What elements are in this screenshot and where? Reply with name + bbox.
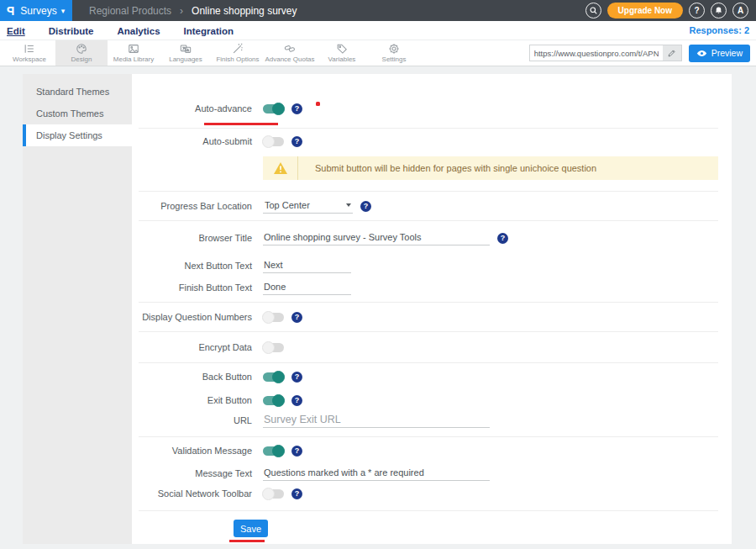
- back-button-help-icon[interactable]: ?: [291, 372, 302, 383]
- form-row-display-question-numbers: Display Question Numbers ?: [132, 303, 732, 331]
- progress-bar-help-icon[interactable]: ?: [360, 201, 371, 212]
- toolbar-item-media-library[interactable]: Media Library: [108, 40, 160, 66]
- form-row-social-network-toolbar: Social Network Toolbar ?: [132, 483, 732, 504]
- progress-bar-location-select[interactable]: Top Center: [263, 198, 353, 214]
- auto-submit-toggle[interactable]: [263, 137, 284, 146]
- languages-icon: [180, 43, 192, 55]
- breadcrumb: Regional Products › Online shopping surv…: [89, 0, 297, 21]
- warning-triangle-icon: [263, 156, 298, 180]
- eye-icon: [696, 50, 707, 57]
- notifications-bell-icon[interactable]: [711, 3, 727, 18]
- display-question-numbers-help-icon[interactable]: ?: [291, 312, 302, 323]
- responses-count[interactable]: Responses: 2: [689, 25, 749, 35]
- form-row-finish-button-text: Finish Button Text: [132, 277, 732, 298]
- spacer: [132, 504, 732, 510]
- validation-message-label: Validation Message: [132, 446, 252, 456]
- next-button-text-input[interactable]: [263, 258, 351, 273]
- form-row-progress-bar-location: Progress Bar Location Top Center ?: [132, 192, 732, 220]
- submit-hidden-warning: Submit button will be hidden for pages w…: [263, 156, 718, 180]
- tab-integration[interactable]: Integration: [184, 24, 234, 36]
- social-network-toolbar-label: Social Network Toolbar: [132, 488, 252, 499]
- toggle-knob: [262, 135, 275, 148]
- toggle-knob: [272, 371, 285, 383]
- preview-button[interactable]: Preview: [689, 45, 750, 62]
- settings-gear-icon: [388, 43, 400, 55]
- exit-button-toggle[interactable]: [263, 396, 284, 405]
- social-network-toolbar-toggle[interactable]: [263, 489, 284, 499]
- auto-advance-help-icon[interactable]: ?: [291, 103, 302, 114]
- tab-edit[interactable]: Edit: [7, 24, 25, 36]
- validation-message-toggle[interactable]: [263, 446, 284, 456]
- auto-advance-label: Auto-advance: [132, 103, 252, 113]
- save-button[interactable]: Save: [234, 520, 268, 537]
- toolbar-item-finish-options[interactable]: Finish Options: [212, 40, 264, 66]
- annotation-red-underline-auto-advance: [204, 123, 278, 125]
- themes-sidebar: Standard Themes Custom Themes Display Se…: [23, 74, 132, 544]
- toolbar-item-workspace[interactable]: Workspace: [3, 40, 55, 66]
- upgrade-now-button[interactable]: Upgrade Now: [607, 3, 683, 18]
- product-switcher[interactable]: P Surveys ▾: [0, 0, 72, 21]
- chevron-down-icon: ▾: [61, 7, 66, 15]
- search-icon[interactable]: [585, 3, 601, 18]
- toolbar-item-settings[interactable]: Settings: [368, 40, 420, 66]
- workspace-icon: [24, 43, 35, 55]
- auto-submit-label: Auto-submit: [132, 136, 252, 146]
- breadcrumb-current[interactable]: Online shopping survey: [192, 5, 297, 17]
- toolbar-item-label: Variables: [328, 55, 356, 63]
- message-text-input[interactable]: [263, 466, 490, 481]
- finish-button-text-input[interactable]: [263, 280, 351, 295]
- auto-submit-help-icon[interactable]: ?: [291, 136, 302, 147]
- exit-button-help-icon[interactable]: ?: [291, 395, 302, 406]
- browser-title-help-icon[interactable]: ?: [497, 233, 508, 244]
- toolbar-item-label: Design: [71, 55, 92, 63]
- help-icon[interactable]: ?: [689, 3, 705, 18]
- form-row-encrypt-data: Encrypt Data: [132, 332, 732, 362]
- avatar[interactable]: A: [732, 3, 748, 18]
- breadcrumb-parent[interactable]: Regional Products: [89, 5, 171, 17]
- page-body: Standard Themes Custom Themes Display Se…: [0, 66, 756, 549]
- display-question-numbers-toggle[interactable]: [263, 313, 284, 322]
- advance-quotas-icon: [284, 43, 296, 55]
- form-row-auto-submit: Auto-submit ?: [132, 129, 732, 154]
- media-library-icon: [128, 43, 139, 55]
- exit-url-input[interactable]: [263, 413, 490, 428]
- tab-analytics[interactable]: Analytics: [117, 24, 160, 36]
- next-button-text-label: Next Button Text: [132, 261, 252, 271]
- sidebar-item-display-settings[interactable]: Display Settings: [23, 124, 132, 146]
- social-network-toolbar-help-icon[interactable]: ?: [291, 488, 302, 499]
- toggle-knob: [272, 445, 285, 457]
- warning-text: Submit button will be hidden for pages w…: [298, 163, 596, 173]
- back-button-toggle[interactable]: [263, 372, 284, 382]
- main-nav: Edit Distribute Analytics Integration Re…: [0, 21, 756, 40]
- sidebar-item-custom-themes[interactable]: Custom Themes: [23, 103, 132, 124]
- progress-bar-location-label: Progress Bar Location: [132, 201, 252, 211]
- progress-bar-location-value: Top Center: [265, 200, 310, 210]
- display-settings-form: Auto-advance ? Auto-submit ?: [132, 74, 732, 544]
- toolbar-item-design[interactable]: Design: [55, 40, 108, 66]
- form-row-auto-advance: Auto-advance ?: [132, 89, 732, 128]
- toolbar-item-languages[interactable]: Languages: [160, 40, 212, 66]
- form-row-back-button: Back Button ?: [132, 363, 732, 390]
- toolbar-item-label: Advance Quotas: [265, 55, 314, 63]
- annotation-red-dot: [316, 102, 320, 106]
- topbar-actions: Upgrade Now ? A: [585, 0, 756, 21]
- validation-message-help-icon[interactable]: ?: [291, 446, 302, 457]
- annotation-red-underline-save: [229, 540, 265, 542]
- sidebar-item-standard-themes[interactable]: Standard Themes: [23, 81, 132, 103]
- exit-button-label: Exit Button: [132, 395, 252, 405]
- toolbar-item-label: Settings: [382, 55, 407, 63]
- save-area: Save: [132, 520, 732, 537]
- encrypt-data-toggle[interactable]: [263, 343, 284, 352]
- questionpro-logo-icon: P: [7, 4, 14, 18]
- toolbar-item-variables[interactable]: Variables: [316, 40, 368, 66]
- tab-distribute[interactable]: Distribute: [49, 24, 94, 36]
- back-button-label: Back Button: [132, 372, 252, 382]
- survey-url-input[interactable]: [530, 45, 663, 61]
- finish-options-wand-icon: [232, 43, 244, 55]
- edit-url-pencil-icon[interactable]: [663, 45, 681, 61]
- auto-advance-toggle[interactable]: [263, 104, 284, 113]
- survey-url-field: [529, 45, 682, 61]
- browser-title-input[interactable]: [263, 230, 490, 245]
- url-label: URL: [132, 415, 252, 425]
- toolbar-item-advance-quotas[interactable]: Advance Quotas: [264, 40, 316, 66]
